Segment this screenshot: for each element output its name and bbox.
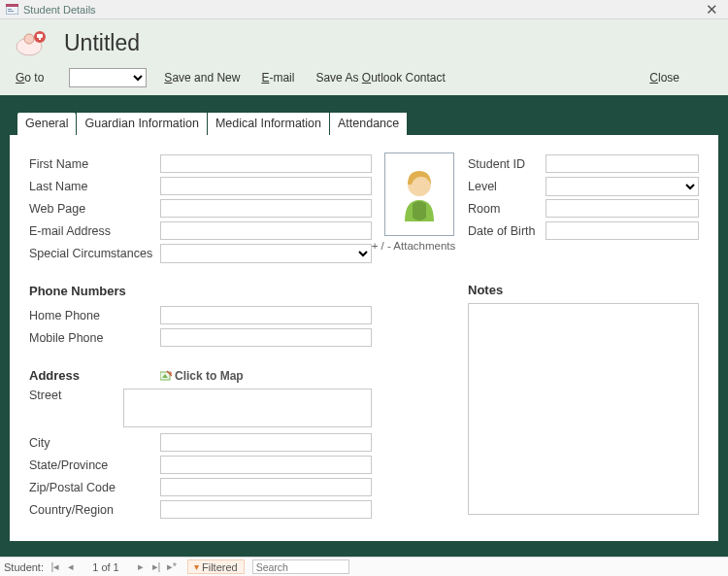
recnav-new-button[interactable]: ▸* bbox=[164, 560, 180, 573]
goto-select[interactable] bbox=[69, 68, 147, 87]
label-email: E-mail Address bbox=[29, 224, 160, 238]
tabstrip: General Guardian Information Medical Inf… bbox=[17, 113, 720, 135]
label-last-name: Last Name bbox=[29, 180, 160, 193]
notes-field[interactable] bbox=[468, 303, 699, 515]
tab-page-general: First Name Last Name Web Page E-mail Add… bbox=[10, 135, 718, 541]
tab-guardian-information[interactable]: Guardian Information bbox=[77, 113, 206, 135]
student-id-field[interactable] bbox=[546, 154, 699, 173]
label-country: Country/Region bbox=[29, 503, 160, 517]
label-first-name: First Name bbox=[29, 157, 160, 171]
level-select[interactable] bbox=[546, 177, 699, 196]
room-field[interactable] bbox=[546, 199, 699, 218]
section-notes: Notes bbox=[468, 283, 699, 297]
page-title: Untitled bbox=[64, 30, 140, 56]
tab-general[interactable]: General bbox=[17, 113, 76, 135]
svg-rect-3 bbox=[8, 11, 14, 12]
form-background: General Guardian Information Medical Inf… bbox=[0, 95, 728, 557]
save-and-new-command[interactable]: Save and New bbox=[164, 71, 240, 85]
student-photo-attachment[interactable] bbox=[384, 152, 454, 236]
funnel-icon: ▾ bbox=[194, 561, 199, 572]
recnav-label: Student: bbox=[4, 561, 44, 573]
section-phone-numbers: Phone Numbers bbox=[29, 284, 372, 298]
recnav-prev-button[interactable]: ◂ bbox=[63, 560, 79, 573]
svg-rect-7 bbox=[37, 34, 43, 38]
svg-point-5 bbox=[24, 34, 34, 44]
form-icon bbox=[6, 4, 18, 15]
home-phone-field[interactable] bbox=[160, 306, 372, 324]
map-icon bbox=[160, 370, 172, 382]
recnav-search-input[interactable] bbox=[252, 559, 349, 574]
web-page-field[interactable] bbox=[160, 199, 372, 218]
email-field[interactable] bbox=[160, 221, 372, 240]
label-room: Room bbox=[468, 202, 546, 216]
recnav-next-button[interactable]: ▸ bbox=[133, 560, 149, 573]
click-to-map-link[interactable]: Click to Map bbox=[160, 369, 244, 383]
label-street: Street bbox=[29, 389, 123, 402]
city-field[interactable] bbox=[160, 433, 372, 452]
record-navigator: Student: |◂ ◂ 1 of 1 ▸ ▸| ▸* ▾ Filtered bbox=[0, 557, 728, 576]
close-command[interactable]: Close bbox=[649, 71, 679, 85]
svg-rect-8 bbox=[39, 38, 41, 40]
window-close-button[interactable]: ✕ bbox=[702, 1, 722, 18]
mobile-phone-field[interactable] bbox=[160, 328, 372, 347]
label-web-page: Web Page bbox=[29, 202, 160, 216]
recnav-position: 1 of 1 bbox=[79, 561, 133, 573]
student-header-icon bbox=[16, 29, 50, 56]
label-state: State/Province bbox=[29, 458, 160, 472]
command-bar: Go to Save and New E-mail Save As Outloo… bbox=[16, 68, 712, 87]
goto-command: Go to bbox=[16, 71, 44, 85]
date-of-birth-field[interactable] bbox=[546, 221, 699, 240]
label-dob: Date of Birth bbox=[468, 224, 546, 238]
svg-rect-1 bbox=[6, 4, 18, 7]
recnav-last-button[interactable]: ▸| bbox=[149, 560, 164, 573]
first-name-field[interactable] bbox=[160, 154, 372, 173]
svg-rect-2 bbox=[8, 9, 12, 10]
titlebar: Student Details ✕ bbox=[0, 0, 728, 19]
country-region-field[interactable] bbox=[160, 500, 372, 519]
special-circumstances-select[interactable] bbox=[160, 244, 372, 263]
email-command[interactable]: E-mail bbox=[261, 71, 294, 85]
form-header: Untitled Go to Save and New E-mail Save … bbox=[0, 19, 728, 95]
state-province-field[interactable] bbox=[160, 456, 372, 474]
zip-postal-code-field[interactable] bbox=[160, 478, 372, 496]
label-student-id: Student ID bbox=[468, 157, 546, 171]
attachments-label: + / - Attachments bbox=[372, 240, 468, 252]
recnav-filtered-indicator[interactable]: ▾ Filtered bbox=[187, 559, 245, 574]
tab-attendance[interactable]: Attendance bbox=[330, 113, 407, 135]
label-mobile-phone: Mobile Phone bbox=[29, 331, 160, 345]
save-as-outlook-command[interactable]: Save As Outlook Contact bbox=[315, 71, 445, 85]
label-special-circumstances: Special Circumstances bbox=[29, 247, 160, 260]
last-name-field[interactable] bbox=[160, 177, 372, 195]
section-address: Address bbox=[29, 368, 160, 383]
person-placeholder-icon bbox=[395, 163, 444, 225]
window-title: Student Details bbox=[23, 4, 96, 16]
recnav-first-button[interactable]: |◂ bbox=[48, 560, 63, 573]
label-home-phone: Home Phone bbox=[29, 309, 160, 322]
label-level: Level bbox=[468, 180, 546, 193]
tab-medical-information[interactable]: Medical Information bbox=[208, 113, 329, 135]
label-zip: Zip/Postal Code bbox=[29, 481, 160, 494]
label-city: City bbox=[29, 436, 160, 450]
street-field[interactable] bbox=[123, 389, 372, 427]
